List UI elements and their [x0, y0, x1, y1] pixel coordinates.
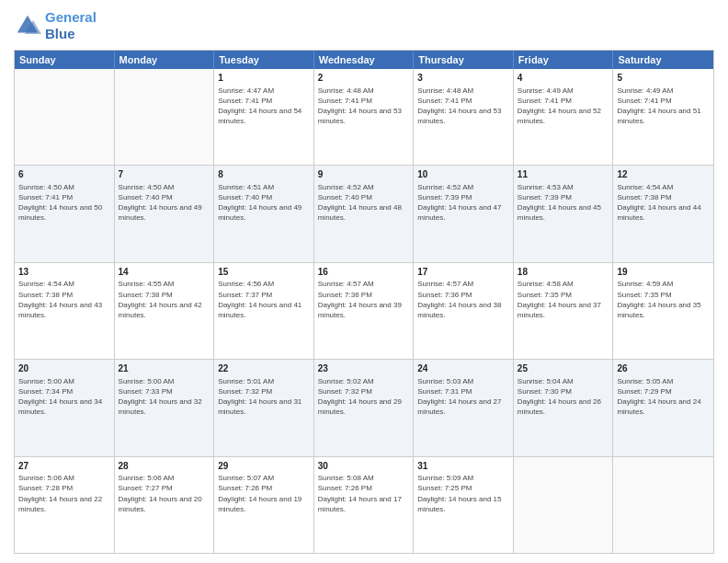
cell-info: Sunrise: 4:57 AM Sunset: 7:36 PM Dayligh…	[417, 279, 509, 320]
day-number: 20	[18, 362, 110, 375]
cell-info: Sunrise: 4:51 AM Sunset: 7:40 PM Dayligh…	[218, 182, 310, 224]
day-number: 23	[318, 362, 410, 375]
calendar-header: SundayMondayTuesdayWednesdayThursdayFrid…	[15, 51, 713, 69]
day-number: 9	[318, 168, 410, 181]
page: General Blue SundayMondayTuesdayWednesda…	[0, 0, 728, 563]
calendar-cell: 18Sunrise: 4:58 AM Sunset: 7:35 PM Dayli…	[514, 263, 614, 359]
header-day-tuesday: Tuesday	[214, 51, 314, 69]
day-number: 29	[218, 460, 310, 473]
calendar-row-5: 27Sunrise: 5:06 AM Sunset: 7:28 PM Dayli…	[15, 456, 713, 553]
day-number: 31	[417, 460, 509, 473]
calendar: SundayMondayTuesdayWednesdayThursdayFrid…	[14, 50, 714, 554]
day-number: 14	[119, 266, 210, 279]
day-number: 17	[417, 266, 509, 279]
calendar-cell	[15, 69, 115, 165]
cell-info: Sunrise: 5:00 AM Sunset: 7:33 PM Dayligh…	[119, 376, 210, 418]
cell-info: Sunrise: 4:54 AM Sunset: 7:38 PM Dayligh…	[18, 279, 110, 320]
day-number: 24	[417, 362, 509, 375]
day-number: 12	[617, 168, 710, 181]
cell-info: Sunrise: 4:52 AM Sunset: 7:40 PM Dayligh…	[318, 182, 410, 224]
day-number: 19	[617, 266, 710, 279]
calendar-cell: 31Sunrise: 5:09 AM Sunset: 7:25 PM Dayli…	[414, 457, 514, 553]
day-number: 30	[318, 460, 410, 473]
day-number: 27	[18, 460, 110, 473]
calendar-cell: 12Sunrise: 4:54 AM Sunset: 7:38 PM Dayli…	[613, 166, 713, 261]
cell-info: Sunrise: 4:59 AM Sunset: 7:35 PM Dayligh…	[617, 279, 710, 320]
day-number: 4	[518, 72, 609, 85]
day-number: 8	[218, 168, 310, 181]
cell-info: Sunrise: 4:48 AM Sunset: 7:41 PM Dayligh…	[318, 86, 410, 127]
cell-info: Sunrise: 4:50 AM Sunset: 7:40 PM Dayligh…	[119, 182, 210, 224]
logo-icon	[14, 12, 41, 40]
calendar-row-2: 6Sunrise: 4:50 AM Sunset: 7:41 PM Daylig…	[15, 165, 713, 261]
calendar-cell: 8Sunrise: 4:51 AM Sunset: 7:40 PM Daylig…	[214, 166, 314, 261]
calendar-cell: 21Sunrise: 5:00 AM Sunset: 7:33 PM Dayli…	[115, 360, 215, 455]
header-day-monday: Monday	[115, 51, 215, 69]
header-day-friday: Friday	[514, 51, 614, 69]
calendar-cell: 2Sunrise: 4:48 AM Sunset: 7:41 PM Daylig…	[314, 69, 415, 165]
cell-info: Sunrise: 5:07 AM Sunset: 7:26 PM Dayligh…	[218, 473, 310, 514]
calendar-cell: 15Sunrise: 4:56 AM Sunset: 7:37 PM Dayli…	[214, 263, 314, 359]
day-number: 18	[518, 266, 609, 279]
calendar-cell: 16Sunrise: 4:57 AM Sunset: 7:36 PM Dayli…	[314, 263, 415, 359]
cell-info: Sunrise: 5:06 AM Sunset: 7:27 PM Dayligh…	[119, 473, 210, 514]
logo: General Blue	[14, 9, 97, 42]
day-number: 11	[518, 168, 609, 181]
calendar-cell: 11Sunrise: 4:53 AM Sunset: 7:39 PM Dayli…	[514, 166, 614, 261]
calendar-cell: 27Sunrise: 5:06 AM Sunset: 7:28 PM Dayli…	[15, 457, 115, 553]
header-day-saturday: Saturday	[613, 51, 713, 69]
calendar-cell: 9Sunrise: 4:52 AM Sunset: 7:40 PM Daylig…	[314, 166, 415, 261]
cell-info: Sunrise: 4:57 AM Sunset: 7:36 PM Dayligh…	[318, 279, 410, 320]
cell-info: Sunrise: 4:56 AM Sunset: 7:37 PM Dayligh…	[218, 279, 310, 320]
calendar-cell: 14Sunrise: 4:55 AM Sunset: 7:38 PM Dayli…	[115, 263, 215, 359]
cell-info: Sunrise: 5:02 AM Sunset: 7:32 PM Dayligh…	[318, 376, 410, 418]
cell-info: Sunrise: 4:50 AM Sunset: 7:41 PM Dayligh…	[18, 182, 110, 224]
cell-info: Sunrise: 4:49 AM Sunset: 7:41 PM Dayligh…	[518, 86, 609, 127]
cell-info: Sunrise: 5:01 AM Sunset: 7:32 PM Dayligh…	[218, 376, 310, 418]
cell-info: Sunrise: 4:55 AM Sunset: 7:38 PM Dayligh…	[119, 279, 210, 320]
cell-info: Sunrise: 5:04 AM Sunset: 7:30 PM Dayligh…	[518, 376, 609, 418]
calendar-cell: 22Sunrise: 5:01 AM Sunset: 7:32 PM Dayli…	[214, 360, 314, 455]
day-number: 25	[518, 362, 609, 375]
header: General Blue	[14, 9, 714, 42]
day-number: 13	[18, 266, 110, 279]
calendar-cell: 5Sunrise: 4:49 AM Sunset: 7:41 PM Daylig…	[613, 69, 713, 165]
calendar-cell: 1Sunrise: 4:47 AM Sunset: 7:41 PM Daylig…	[214, 69, 314, 165]
cell-info: Sunrise: 5:03 AM Sunset: 7:31 PM Dayligh…	[417, 376, 509, 418]
calendar-cell: 6Sunrise: 4:50 AM Sunset: 7:41 PM Daylig…	[15, 166, 115, 261]
calendar-cell: 29Sunrise: 5:07 AM Sunset: 7:26 PM Dayli…	[214, 457, 314, 553]
calendar-cell: 19Sunrise: 4:59 AM Sunset: 7:35 PM Dayli…	[613, 263, 713, 359]
calendar-cell: 10Sunrise: 4:52 AM Sunset: 7:39 PM Dayli…	[414, 166, 514, 261]
cell-info: Sunrise: 5:08 AM Sunset: 7:26 PM Dayligh…	[318, 473, 410, 514]
header-day-sunday: Sunday	[15, 51, 115, 69]
calendar-cell: 24Sunrise: 5:03 AM Sunset: 7:31 PM Dayli…	[414, 360, 514, 455]
cell-info: Sunrise: 4:48 AM Sunset: 7:41 PM Dayligh…	[417, 86, 509, 127]
day-number: 3	[417, 72, 509, 85]
header-day-thursday: Thursday	[414, 51, 514, 69]
cell-info: Sunrise: 5:06 AM Sunset: 7:28 PM Dayligh…	[18, 473, 110, 514]
cell-info: Sunrise: 4:58 AM Sunset: 7:35 PM Dayligh…	[518, 279, 609, 320]
calendar-row-3: 13Sunrise: 4:54 AM Sunset: 7:38 PM Dayli…	[15, 262, 713, 359]
cell-info: Sunrise: 5:09 AM Sunset: 7:25 PM Dayligh…	[417, 473, 509, 514]
calendar-row-4: 20Sunrise: 5:00 AM Sunset: 7:34 PM Dayli…	[15, 359, 713, 455]
calendar-cell: 25Sunrise: 5:04 AM Sunset: 7:30 PM Dayli…	[514, 360, 614, 455]
day-number: 5	[617, 72, 710, 85]
day-number: 22	[218, 362, 310, 375]
calendar-cell	[115, 69, 215, 165]
day-number: 10	[417, 168, 509, 181]
calendar-row-1: 1Sunrise: 4:47 AM Sunset: 7:41 PM Daylig…	[15, 69, 713, 165]
calendar-cell: 20Sunrise: 5:00 AM Sunset: 7:34 PM Dayli…	[15, 360, 115, 455]
day-number: 28	[119, 460, 210, 473]
day-number: 16	[318, 266, 410, 279]
day-number: 26	[617, 362, 710, 375]
cell-info: Sunrise: 4:47 AM Sunset: 7:41 PM Dayligh…	[218, 86, 310, 127]
calendar-cell: 28Sunrise: 5:06 AM Sunset: 7:27 PM Dayli…	[115, 457, 215, 553]
cell-info: Sunrise: 5:00 AM Sunset: 7:34 PM Dayligh…	[18, 376, 110, 418]
cell-info: Sunrise: 5:05 AM Sunset: 7:29 PM Dayligh…	[617, 376, 710, 418]
cell-info: Sunrise: 4:52 AM Sunset: 7:39 PM Dayligh…	[417, 182, 509, 224]
day-number: 6	[18, 168, 110, 181]
header-day-wednesday: Wednesday	[314, 51, 415, 69]
day-number: 7	[119, 168, 210, 181]
day-number: 2	[318, 72, 410, 85]
calendar-cell: 30Sunrise: 5:08 AM Sunset: 7:26 PM Dayli…	[314, 457, 415, 553]
